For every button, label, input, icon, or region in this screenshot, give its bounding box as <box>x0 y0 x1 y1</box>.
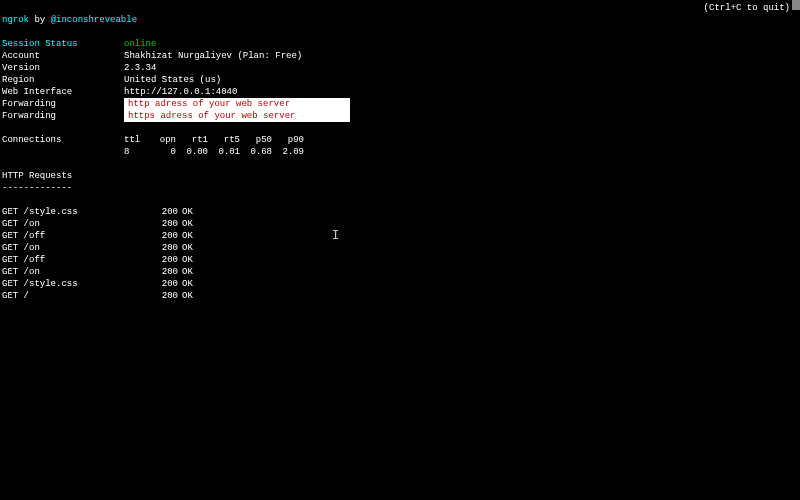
value-forwarding-http: http adress of your web server <box>128 99 290 109</box>
http-path: GET /on <box>2 218 150 230</box>
row-forwarding-https: Forwardinghttps adress of your web serve… <box>2 110 798 122</box>
text-cursor-icon: I <box>332 230 339 242</box>
http-status-text: OK <box>178 290 193 302</box>
row-account: AccountShakhizat Nurgaliyev (Plan: Free) <box>2 50 798 62</box>
http-path: GET /style.css <box>2 206 150 218</box>
conn-h-opn: opn <box>144 134 176 146</box>
row-web-interface: Web Interfacehttp://127.0.0.1:4040 <box>2 86 798 98</box>
conn-h-ttl: ttl <box>124 134 144 146</box>
conn-v-ttl: 8 <box>124 146 144 158</box>
http-row: GET /on200OK <box>2 266 798 278</box>
value-region: United States (us) <box>124 74 798 86</box>
conn-h-rt5: rt5 <box>208 134 240 146</box>
http-code: 200 <box>150 206 178 218</box>
http-code: 200 <box>150 218 178 230</box>
label-connections: Connections <box>2 134 124 146</box>
http-code: 200 <box>150 254 178 266</box>
conn-v-p90: 2.09 <box>272 146 304 158</box>
label-region: Region <box>2 74 124 86</box>
http-code: 200 <box>150 230 178 242</box>
label-web-interface: Web Interface <box>2 86 124 98</box>
http-code: 200 <box>150 242 178 254</box>
http-path: GET /off <box>2 254 150 266</box>
row-session-status: Session Statusonline <box>2 38 798 50</box>
conn-h-rt1: rt1 <box>176 134 208 146</box>
label-version: Version <box>2 62 124 74</box>
http-path: GET /on <box>2 266 150 278</box>
http-status-text: OK <box>178 278 193 290</box>
by-text: by <box>29 15 51 25</box>
forwarding-https-box: https adress of your web server <box>124 110 350 122</box>
value-account: Shakhizat Nurgaliyev (Plan: Free) <box>124 50 798 62</box>
brand-name: ngrok <box>2 15 29 25</box>
http-row: GET /style.css200OK <box>2 278 798 290</box>
http-status-text: OK <box>178 254 193 266</box>
http-status-text: OK <box>178 242 193 254</box>
value-forwarding-https: https adress of your web server <box>128 111 295 121</box>
http-title: HTTP Requests <box>2 170 798 182</box>
conn-v-rt5: 0.01 <box>208 146 240 158</box>
http-status-text: OK <box>178 230 193 242</box>
value-version: 2.3.34 <box>124 62 798 74</box>
row-forwarding-http: Forwardinghttp adress of your web server <box>2 98 798 110</box>
conn-v-rt1: 0.00 <box>176 146 208 158</box>
terminal-output: ngrok by @inconshreveable Session Status… <box>0 0 800 316</box>
connections-values: 800.000.010.682.09 <box>124 146 304 158</box>
http-status-text: OK <box>178 218 193 230</box>
http-status-text: OK <box>178 266 193 278</box>
row-version: Version2.3.34 <box>2 62 798 74</box>
conn-v-opn: 0 <box>144 146 176 158</box>
http-path: GET /on <box>2 242 150 254</box>
row-connections: Connectionsttlopnrt1rt5p50p90 <box>2 134 798 146</box>
value-session-status: online <box>124 38 798 50</box>
http-path: GET /off <box>2 230 150 242</box>
label-account: Account <box>2 50 124 62</box>
value-web-interface: http://127.0.0.1:4040 <box>124 86 798 98</box>
forwarding-http-box: http adress of your web server <box>124 98 350 110</box>
http-path: GET / <box>2 290 150 302</box>
http-code: 200 <box>150 266 178 278</box>
http-row: GET /200OK <box>2 290 798 302</box>
connections-header: ttlopnrt1rt5p50p90 <box>124 134 304 146</box>
http-row: GET /on200OK <box>2 242 798 254</box>
scrollbar-thumb[interactable] <box>792 0 800 10</box>
conn-values-spacer <box>2 146 124 158</box>
http-code: 200 <box>150 290 178 302</box>
conn-h-p90: p90 <box>272 134 304 146</box>
conn-v-p50: 0.68 <box>240 146 272 158</box>
http-code: 200 <box>150 278 178 290</box>
conn-h-p50: p50 <box>240 134 272 146</box>
http-row: GET /off200OK <box>2 230 798 242</box>
row-region: RegionUnited States (us) <box>2 74 798 86</box>
http-row: GET /off200OK <box>2 254 798 266</box>
http-divider: ------------- <box>2 182 798 194</box>
row-connections-values: 800.000.010.682.09 <box>2 146 798 158</box>
author-handle: @inconshreveable <box>51 15 137 25</box>
label-forwarding-http: Forwarding <box>2 98 124 110</box>
http-path: GET /style.css <box>2 278 150 290</box>
http-row: GET /style.css200OK <box>2 206 798 218</box>
http-status-text: OK <box>178 206 193 218</box>
label-session-status: Session Status <box>2 38 124 50</box>
quit-hint: (Ctrl+C to quit) <box>704 2 790 14</box>
label-forwarding-https: Forwarding <box>2 110 124 122</box>
http-row: GET /on200OK <box>2 218 798 230</box>
